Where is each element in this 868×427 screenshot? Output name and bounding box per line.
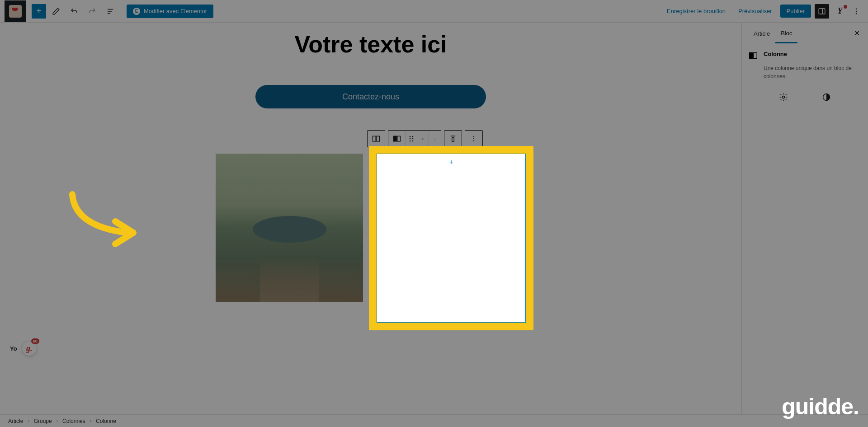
seo-row: Yo g. 60	[0, 341, 741, 356]
redo-icon[interactable]	[84, 3, 100, 19]
move-left-icon[interactable]: ‹	[417, 131, 429, 147]
publish-button[interactable]: Publier	[780, 5, 811, 18]
sidebar-controls	[748, 90, 862, 104]
site-logo[interactable]	[5, 0, 26, 22]
svg-rect-10	[393, 136, 396, 141]
preview-button[interactable]: Prévisualiser	[734, 5, 776, 17]
guidde-watermark: guidde.	[782, 394, 859, 420]
align-icon[interactable]	[444, 131, 462, 147]
sidebar-body: Colonne Une colonne unique dans un bloc …	[742, 44, 868, 110]
edit-icon[interactable]	[48, 3, 64, 19]
add-block-inserter[interactable]: +	[377, 154, 525, 171]
crumb-colonnes[interactable]: Colonnes	[62, 418, 85, 424]
tab-article[interactable]: Article	[748, 24, 775, 42]
svg-point-15	[412, 138, 413, 140]
svg-point-5	[856, 8, 857, 9]
sidebar-toggle-button[interactable]	[815, 4, 829, 19]
close-sidebar-button[interactable]: ✕	[852, 27, 862, 39]
block-description: Une colonne unique dans un bloc de colon…	[764, 64, 862, 80]
annotation-arrow	[63, 190, 145, 253]
elementor-label: Modifier avec Elementor	[144, 8, 207, 14]
svg-point-16	[409, 141, 410, 142]
svg-point-13	[412, 136, 413, 137]
svg-rect-24	[754, 53, 757, 59]
yoast-icon[interactable]: Y	[835, 6, 845, 17]
elementor-icon: E	[133, 8, 140, 15]
page-heading[interactable]: Votre texte ici	[294, 31, 447, 58]
column-icon	[748, 51, 758, 61]
editor-canvas[interactable]: Votre texte ici Contactez-nous ‹ ›	[0, 23, 741, 414]
settings-gear-icon[interactable]	[777, 90, 790, 104]
svg-rect-23	[750, 53, 753, 59]
chevron-right-icon: ›	[57, 418, 58, 423]
yoast-prefix: Yo	[10, 345, 17, 352]
main-wrap: Votre texte ici Contactez-nous ‹ ›	[0, 23, 868, 414]
image-block[interactable]	[216, 154, 363, 302]
svg-point-12	[409, 136, 410, 137]
svg-point-22	[473, 141, 474, 141]
block-toolbar: ‹ ›	[367, 130, 483, 147]
outline-icon[interactable]	[102, 3, 118, 19]
svg-point-14	[409, 138, 410, 140]
chevron-right-icon: ›	[90, 418, 91, 423]
svg-rect-3	[819, 9, 825, 14]
cta-button[interactable]: Contactez-nous	[255, 85, 486, 108]
add-block-button[interactable]: +	[32, 4, 46, 19]
save-draft-button[interactable]: Enregistrer le brouillon	[662, 5, 730, 17]
chevron-right-icon: ›	[28, 418, 29, 423]
undo-icon[interactable]	[66, 3, 82, 19]
svg-rect-19	[452, 137, 454, 141]
more-options-button[interactable]	[849, 4, 863, 19]
guidde-g-icon: g.	[26, 344, 33, 353]
svg-point-7	[856, 13, 857, 14]
styles-icon[interactable]	[820, 90, 833, 104]
crumb-article[interactable]: Article	[8, 418, 23, 424]
settings-sidebar: Article Bloc ✕ Colonne Une colonne uniqu…	[741, 23, 868, 414]
svg-point-25	[782, 96, 784, 99]
guidde-badge[interactable]: g. 60	[22, 341, 37, 356]
move-right-icon[interactable]: ›	[429, 131, 441, 147]
guidde-count: 60	[31, 338, 39, 344]
selected-column[interactable]: +	[377, 154, 526, 323]
selected-column-wrap: +	[377, 154, 526, 323]
crumb-colonne[interactable]: Colonne	[96, 418, 116, 424]
column-block-icon[interactable]	[388, 131, 406, 147]
breadcrumb: Article › Groupe › Colonnes › Colonne	[0, 414, 868, 427]
block-name: Colonne	[764, 51, 787, 57]
elementor-button[interactable]: E Modifier avec Elementor	[127, 5, 213, 18]
svg-rect-8	[373, 136, 376, 141]
sidebar-tabs: Article Bloc ✕	[742, 23, 868, 44]
svg-point-21	[473, 138, 474, 139]
svg-point-6	[856, 10, 857, 11]
tab-bloc[interactable]: Bloc	[775, 23, 797, 43]
svg-point-20	[473, 136, 474, 137]
crumb-groupe[interactable]: Groupe	[34, 418, 52, 424]
svg-rect-11	[397, 136, 400, 141]
top-toolbar: + E Modifier avec Elementor Enregistrer …	[0, 0, 868, 23]
parent-columns-icon[interactable]	[368, 131, 385, 147]
block-more-icon[interactable]	[465, 131, 482, 147]
svg-point-17	[412, 141, 413, 142]
plus-icon: +	[449, 158, 454, 167]
columns-area: +	[0, 154, 741, 323]
drag-handle-icon[interactable]	[406, 131, 417, 147]
svg-rect-9	[377, 136, 380, 141]
